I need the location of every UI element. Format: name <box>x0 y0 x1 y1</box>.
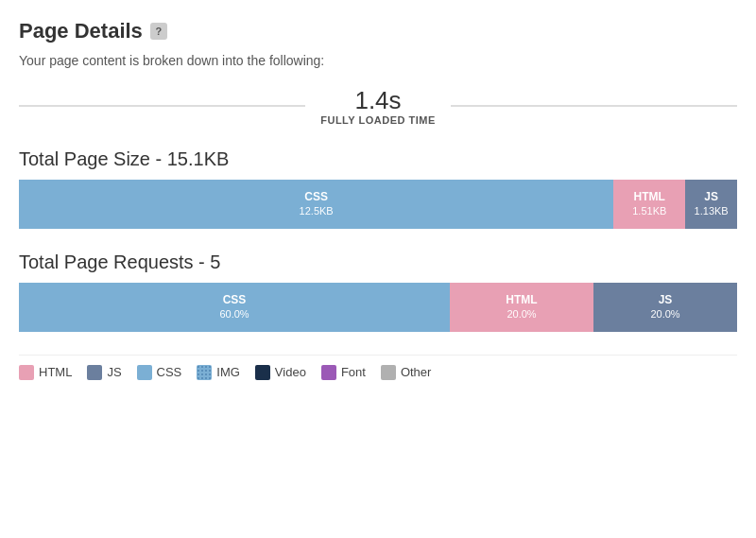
legend-item-font: Font <box>321 365 366 380</box>
legend-label-html: HTML <box>39 365 72 379</box>
subtitle: Your page content is broken down into th… <box>19 53 737 68</box>
page-title-row: Page Details ? <box>19 19 737 43</box>
page-size-header: Total Page Size - 15.1KB <box>19 148 737 170</box>
legend-swatch-html <box>19 365 34 380</box>
legend-item-img: IMG <box>197 365 240 380</box>
legend-label-css: CSS <box>157 365 182 379</box>
legend-label-img: IMG <box>216 365 240 379</box>
timeline-container: 1.4s Fully Loaded Time <box>19 87 737 126</box>
bar-segment-size-js: JS1.13KB <box>685 180 737 229</box>
legend-item-css: CSS <box>137 365 182 380</box>
page-requests-header: Total Page Requests - 5 <box>19 252 737 273</box>
page-title: Page Details <box>19 19 143 43</box>
bar-segment-req-css: CSS60.0% <box>19 283 450 332</box>
legend-swatch-img <box>197 365 212 380</box>
legend-label-font: Font <box>341 365 366 379</box>
legend-swatch-font <box>321 365 336 380</box>
bar-segment-size-html: HTML1.51KB <box>613 180 685 229</box>
legend-item-other: Other <box>381 365 432 380</box>
legend-item-video: Video <box>255 365 306 380</box>
timeline-value: 1.4s <box>354 87 401 114</box>
legend-swatch-other <box>381 365 396 380</box>
legend-label-video: Video <box>275 365 306 379</box>
legend-item-js: JS <box>87 365 121 380</box>
bar-segment-req-html: HTML20.0% <box>450 283 593 332</box>
timeline-label: Fully Loaded Time <box>320 114 436 126</box>
legend-swatch-video <box>255 365 270 380</box>
timeline-line-right <box>451 105 737 107</box>
legend-label-other: Other <box>401 365 432 379</box>
page-size-bar: CSS12.5KBHTML1.51KBJS1.13KB <box>19 180 737 229</box>
legend-swatch-js <box>87 365 102 380</box>
bar-segment-req-js: JS20.0% <box>593 283 737 332</box>
timeline-line-left <box>19 105 305 107</box>
help-badge[interactable]: ? <box>150 23 167 40</box>
legend: HTMLJSCSSIMGVideoFontOther <box>19 355 737 380</box>
legend-swatch-css <box>137 365 152 380</box>
page-requests-bar: CSS60.0%HTML20.0%JS20.0% <box>19 283 737 332</box>
bar-segment-size-css: CSS12.5KB <box>19 180 613 229</box>
timeline-center: 1.4s Fully Loaded Time <box>305 87 451 126</box>
legend-item-html: HTML <box>19 365 72 380</box>
legend-label-js: JS <box>107 365 121 379</box>
